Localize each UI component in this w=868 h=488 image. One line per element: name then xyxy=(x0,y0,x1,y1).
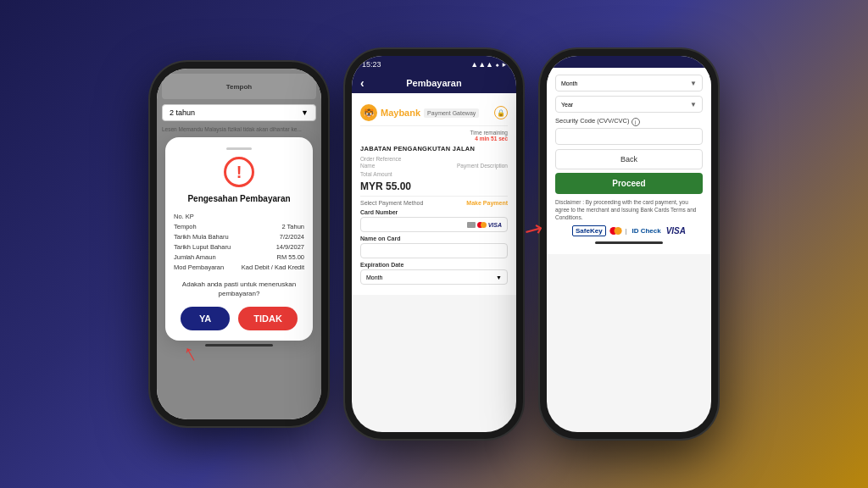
home-bar-3 xyxy=(595,241,663,244)
chevron-down-icon: ▼ xyxy=(496,274,502,280)
safekey-logo: SafeKey xyxy=(572,225,606,236)
payment-info: No. KP Tempoh2 Tahun Tarikh Mula Baharu7… xyxy=(174,212,304,273)
maybank-tiger-icon: 🐯 xyxy=(360,104,377,121)
mastercard-icon xyxy=(477,222,487,228)
topbar-title: Pembayaran xyxy=(406,78,461,88)
make-payment-link[interactable]: Make Payment xyxy=(466,200,508,206)
topbar: ‹ Pembayaran xyxy=(352,73,516,93)
modal-drag-handle xyxy=(226,147,252,150)
payment-body: 🐯 Maybank Payment Gateway 🔒 Time remaini… xyxy=(352,93,516,295)
back-icon[interactable]: ‹ xyxy=(360,76,364,90)
payment-gateway-label: Payment Gateway xyxy=(424,108,479,118)
time-value: 4 min 51 sec xyxy=(475,136,508,141)
maybank-name: Maybank xyxy=(381,108,420,118)
card-number-input[interactable]: VISA xyxy=(360,217,508,232)
month-select[interactable]: Month ▼ xyxy=(360,269,508,285)
phone-2-screen: 15:23 ▲▲▲ ⬥ ▶ ‹ Pembayaran 🐯 Maybank Pay… xyxy=(352,56,516,432)
maybank-header: 🐯 Maybank Payment Gateway 🔒 xyxy=(360,100,508,126)
info-icon[interactable]: i xyxy=(632,118,640,126)
security-code-label: Security Code (CVV/CVC) xyxy=(555,117,630,125)
disclaimer-text: Disclaimer : By proceeding with the card… xyxy=(555,198,703,221)
year-select[interactable]: Year ▼ xyxy=(555,96,703,113)
payment-confirmation-modal: ! Pengesahan Pembayaran No. KP Tempoh2 T… xyxy=(165,137,313,341)
tidak-button[interactable]: TIDAK xyxy=(238,307,298,330)
warning-icon: ! xyxy=(224,157,254,187)
separator: | xyxy=(626,228,627,234)
visa-icon: VISA xyxy=(488,222,502,228)
select-payment-label: Select Payment Method xyxy=(360,200,423,206)
confirmation-question: Adakah anda pasti untuk meneruskan pemba… xyxy=(174,280,304,298)
total-amount-label: Total Amount xyxy=(360,171,508,177)
status-bar-3 xyxy=(547,56,711,68)
total-amount-value: MYR 55.00 xyxy=(360,180,508,192)
payment-desc-label: Payment Description xyxy=(457,163,508,169)
phone3-body: Month ▼ Year ▼ Security Code (CVV/CVC) i xyxy=(547,68,711,254)
mastercard-logo xyxy=(609,227,621,235)
chevron-down-3: ▼ xyxy=(690,80,697,87)
chevron-down-icon: ▼ xyxy=(301,108,309,117)
year-label: Year xyxy=(561,102,573,108)
signal-icons: ▲▲▲ ⬥ ▶ xyxy=(470,60,506,69)
name-label: Name xyxy=(360,163,375,169)
maybank-logo: 🐯 Maybank Payment Gateway xyxy=(360,104,479,121)
month-select-3[interactable]: Month ▼ xyxy=(555,75,703,92)
modal-buttons: YA TIDAK xyxy=(174,307,304,330)
lock-icon: 🔒 xyxy=(494,106,508,119)
time-remaining: Time remaining 4 min 51 sec xyxy=(360,130,508,141)
name-on-card-input[interactable] xyxy=(360,243,508,258)
phone-3: Month ▼ Year ▼ Security Code (CVV/CVC) i xyxy=(540,49,718,439)
phone-3-screen: Month ▼ Year ▼ Security Code (CVV/CVC) i xyxy=(547,56,711,432)
visa-logo: VISA xyxy=(666,226,686,236)
small-text: Lesen Memandu Malaysia fizikal tidak aka… xyxy=(162,126,316,132)
card-icons: VISA xyxy=(467,222,502,228)
security-code-input[interactable] xyxy=(555,128,703,145)
idcheck-logo: ID Check xyxy=(632,227,660,235)
name-on-card-label: Name on Card xyxy=(360,236,508,241)
tempoh-value: 2 tahun xyxy=(170,108,195,117)
status-time: 15:23 xyxy=(362,60,381,69)
expiration-label: Expiration Date xyxy=(360,262,508,268)
section-title: JABATAN PENGANGKUTAN JALAN xyxy=(360,145,508,152)
card-number-label: Card Number xyxy=(360,209,508,215)
month-label-3: Month xyxy=(561,80,577,86)
month-label: Month xyxy=(366,274,382,280)
tempoh-header: Tempoh xyxy=(226,83,253,91)
order-ref-label: Order Reference xyxy=(360,156,508,162)
phone-2: 15:23 ▲▲▲ ⬥ ▶ ‹ Pembayaran 🐯 Maybank Pay… xyxy=(345,49,523,439)
phone-1: Tempoh 2 tahun ▼ Lesen Memandu Malaysia … xyxy=(150,62,328,426)
home-bar xyxy=(205,344,273,347)
chevron-down-year: ▼ xyxy=(690,101,697,108)
payment-method-row: Select Payment Method Make Payment xyxy=(360,200,508,206)
divider xyxy=(360,196,508,197)
security-logos: SafeKey | ID Check VISA xyxy=(555,225,703,236)
ya-button[interactable]: YA xyxy=(181,307,230,330)
phone-1-screen: Tempoh 2 tahun ▼ Lesen Memandu Malaysia … xyxy=(157,69,321,419)
back-button[interactable]: Back xyxy=(555,149,703,169)
tempoh-select[interactable]: 2 tahun ▼ xyxy=(162,104,316,121)
modal-title: Pengesahan Pembayaran xyxy=(174,194,304,203)
chip-icon xyxy=(467,222,476,228)
status-bar: 15:23 ▲▲▲ ⬥ ▶ xyxy=(352,56,516,73)
proceed-button[interactable]: Proceed xyxy=(555,173,703,194)
